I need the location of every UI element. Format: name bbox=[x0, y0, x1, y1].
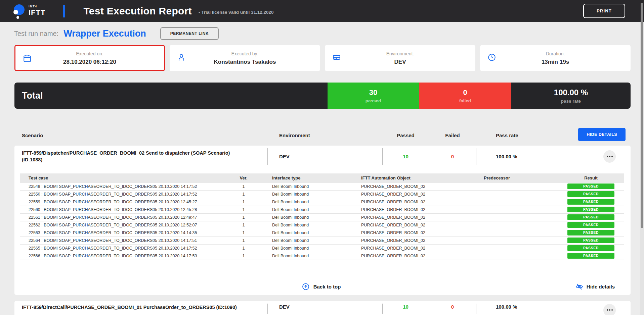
executed-on-card: Executed on: 28.10.2020 06:12:20 bbox=[14, 45, 165, 71]
test-run-name: Wrapper Execution bbox=[63, 29, 146, 39]
table-row: 22562 : BOOMI SOAP_PURCHASEORDER_TO_IDOC… bbox=[20, 221, 624, 229]
total-label: Total bbox=[22, 91, 43, 101]
table-row: 22549 : BOOMI SOAP_PURCHASEORDER_TO_IDOC… bbox=[20, 183, 624, 191]
test-case-cell: 22559 : BOOMI SOAP_PURCHASEORDER_TO_IDOC… bbox=[20, 200, 232, 204]
column-header-environment: Environment bbox=[268, 133, 383, 138]
result-badge: PASSED bbox=[567, 207, 614, 212]
hide-details-button[interactable]: HIDE DETAILS bbox=[578, 128, 626, 141]
license-note: - Trial license valid until 31.12.2020 bbox=[199, 10, 274, 15]
column-header-failed: Failed bbox=[429, 133, 476, 138]
scenario-actions bbox=[558, 146, 631, 167]
total-pass-rate-value: 100.00 % bbox=[554, 88, 588, 97]
scenario-pass-rate: 100.00 % bbox=[476, 146, 558, 167]
executed-on-value: 28.10.2020 06:12:20 bbox=[63, 59, 116, 65]
environment-label: Environment: bbox=[386, 51, 414, 56]
executed-by-value: Konstantinos Tsakalos bbox=[214, 59, 276, 65]
column-header-predecessor: Predecessor bbox=[477, 175, 558, 180]
test-case-cell: 22550 : BOOMI SOAP_PURCHASEORDER_TO_IDOC… bbox=[20, 192, 232, 197]
column-header-result: Result bbox=[558, 175, 624, 180]
total-failed-label: failed bbox=[459, 98, 471, 103]
info-cards-row: Executed on: 28.10.2020 06:12:20 Execute… bbox=[14, 45, 631, 71]
brand-bottom-label: IFTT bbox=[29, 9, 45, 16]
scenario-passed-count: 10 bbox=[383, 146, 429, 167]
top-bar: INT4 IFTT Test Execution Report - Trial … bbox=[0, 0, 644, 22]
scenario-actions bbox=[558, 301, 631, 315]
column-header-pass-rate: Pass rate bbox=[476, 133, 558, 138]
duration-card: Duration: 13min 19s bbox=[480, 45, 631, 71]
column-header-ver: Ver. bbox=[232, 175, 255, 180]
executed-by-card: Executed by: Konstantinos Tsakalos bbox=[170, 45, 320, 71]
total-passed-label: passed bbox=[366, 98, 381, 103]
test-run-row: Test run name: Wrapper Execution PERMANE… bbox=[14, 26, 644, 41]
table-row: 22565 : BOOMI SOAP_PURCHASEORDER_TO_IDOC… bbox=[20, 245, 624, 252]
total-failed-value: 0 bbox=[463, 88, 467, 97]
test-case-cell: 22562 : BOOMI SOAP_PURCHASEORDER_TO_IDOC… bbox=[20, 223, 232, 227]
total-summary-bar: Total 30 passed 0 failed 100.00 % pass r… bbox=[14, 83, 631, 109]
scenario-environment: DEV bbox=[268, 146, 383, 167]
duration-value: 13min 19s bbox=[542, 59, 569, 65]
scenario-card-2: IFTT-859/DirectCall/PURCHASE_ORDER_BOOMI… bbox=[14, 301, 631, 315]
brand-logo: INT4 IFTT bbox=[12, 2, 45, 20]
page-title: Test Execution Report bbox=[83, 5, 191, 17]
back-to-top-label: Back to top bbox=[313, 284, 341, 290]
permanent-link-button[interactable]: PERMANENT LINK bbox=[160, 27, 219, 40]
total-pass-rate-section: 100.00 % pass rate bbox=[511, 83, 631, 109]
brand-top-label: INT4 bbox=[29, 5, 45, 8]
table-row: 22564 : BOOMI SOAP_PURCHASEORDER_TO_IDOC… bbox=[20, 237, 624, 245]
scenario-more-actions-button[interactable] bbox=[603, 304, 616, 315]
test-case-cell: 22561 : BOOMI SOAP_PURCHASEORDER_TO_IDOC… bbox=[20, 215, 232, 220]
test-run-label: Test run name: bbox=[14, 30, 58, 38]
test-case-table: Test case Ver. Interface type IFTT Autom… bbox=[20, 173, 624, 260]
total-passed-value: 30 bbox=[369, 88, 377, 97]
executed-by-label: Executed by: bbox=[231, 51, 259, 56]
result-badge: PASSED bbox=[567, 214, 614, 220]
result-badge: PASSED bbox=[567, 245, 614, 251]
vertical-scrollbar-thumb[interactable] bbox=[641, 3, 643, 228]
column-header-automation-object: IFTT Automation Object bbox=[354, 175, 477, 180]
result-badge: PASSED bbox=[567, 199, 614, 205]
column-header-scenario: Scenario bbox=[14, 133, 268, 138]
test-case-cell: 22566 : BOOMI SOAP_PURCHASEORDER_TO_IDOC… bbox=[20, 254, 232, 258]
eye-slash-icon bbox=[575, 283, 584, 291]
executed-on-label: Executed on: bbox=[76, 51, 103, 56]
hide-details-label: Hide details bbox=[587, 284, 615, 290]
test-case-cell: 22549 : BOOMI SOAP_PURCHASEORDER_TO_IDOC… bbox=[20, 184, 232, 189]
result-badge: PASSED bbox=[567, 183, 614, 189]
test-case-cell: 22560 : BOOMI SOAP_PURCHASEORDER_TO_IDOC… bbox=[20, 207, 232, 212]
calendar-icon bbox=[23, 54, 32, 63]
brand-text: INT4 IFTT bbox=[29, 5, 45, 16]
duration-label: Duration: bbox=[546, 51, 565, 56]
environment-value: DEV bbox=[394, 59, 406, 65]
back-to-top-link[interactable]: Back to top bbox=[302, 283, 341, 291]
server-icon bbox=[332, 53, 341, 62]
scenario-more-actions-button[interactable] bbox=[603, 150, 616, 163]
result-badge: PASSED bbox=[567, 191, 614, 197]
scenario-summary-row: IFTT-859/DirectCall/PURCHASE_ORDER_BOOMI… bbox=[14, 301, 631, 315]
clock-icon bbox=[487, 53, 496, 62]
scenario-passed-count: 10 bbox=[383, 301, 429, 315]
user-icon bbox=[177, 53, 186, 62]
scenario-failed-count: 0 bbox=[429, 146, 476, 167]
test-case-cell: 22563 : BOOMI SOAP_PURCHASEORDER_TO_IDOC… bbox=[20, 230, 232, 235]
card-footer: Back to top Hide details bbox=[14, 281, 631, 295]
print-button[interactable]: PRINT bbox=[583, 4, 625, 18]
test-case-cell: 22564 : BOOMI SOAP_PURCHASEORDER_TO_IDOC… bbox=[20, 238, 232, 243]
test-case-table-header: Test case Ver. Interface type IFTT Autom… bbox=[20, 173, 624, 183]
scenario-table-header: Scenario Environment Passed Failed Pass … bbox=[14, 128, 631, 143]
table-row: 22550 : BOOMI SOAP_PURCHASEORDER_TO_IDOC… bbox=[20, 191, 624, 198]
arrow-up-circle-icon bbox=[302, 283, 310, 291]
scenario-pass-rate: 100.00 % bbox=[476, 301, 558, 315]
ellipsis-icon bbox=[607, 156, 608, 157]
table-row: 22566 : BOOMI SOAP_PURCHASEORDER_TO_IDOC… bbox=[20, 252, 624, 260]
result-badge: PASSED bbox=[567, 253, 614, 259]
hide-details-link[interactable]: Hide details bbox=[575, 283, 615, 291]
ellipsis-icon bbox=[607, 309, 608, 311]
result-badge: PASSED bbox=[567, 222, 614, 228]
table-row: 22560 : BOOMI SOAP_PURCHASEORDER_TO_IDOC… bbox=[20, 206, 624, 214]
scenario-name: IFTT-859/Dispatcher/PURCHASE_ORDER_BOOMI… bbox=[14, 146, 268, 167]
int4-logo-icon bbox=[12, 4, 26, 20]
column-header-passed: Passed bbox=[383, 133, 429, 138]
title-divider bbox=[63, 5, 65, 17]
scenario-failed-count: 0 bbox=[429, 301, 476, 315]
table-row: 22561 : BOOMI SOAP_PURCHASEORDER_TO_IDOC… bbox=[20, 214, 624, 221]
